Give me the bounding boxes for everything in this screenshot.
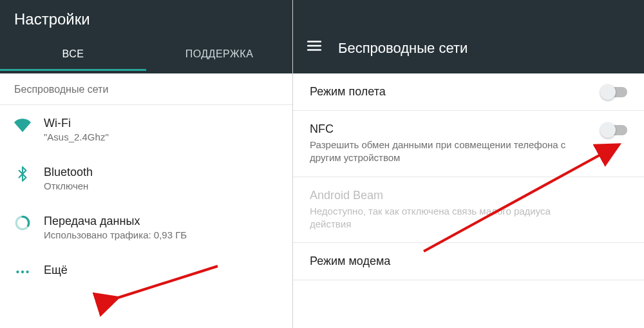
item-android-beam: Android Beam Недоступно, так как отключе… bbox=[293, 177, 644, 244]
item-more[interactable]: Ещё bbox=[0, 252, 292, 292]
item-data-label: Передача данных bbox=[44, 215, 278, 228]
nfc-sub: Разрешить обмен данными при совмещении т… bbox=[310, 139, 567, 165]
settings-tabs: ВСЕ ПОДДЕРЖКА bbox=[0, 37, 292, 71]
tab-support[interactable]: ПОДДЕРЖКА bbox=[146, 37, 292, 71]
svg-point-1 bbox=[16, 271, 19, 273]
more-icon bbox=[14, 264, 44, 280]
item-airplane-mode[interactable]: Режим полета bbox=[293, 73, 644, 111]
wifi-icon bbox=[14, 117, 44, 133]
bluetooth-icon bbox=[14, 166, 44, 182]
wireless-title: Беспроводные сети bbox=[338, 40, 468, 57]
nfc-toggle[interactable] bbox=[601, 125, 627, 135]
item-bluetooth-sub: Отключен bbox=[44, 180, 278, 191]
svg-point-3 bbox=[26, 271, 28, 273]
item-tethering[interactable]: Режим модема bbox=[293, 243, 644, 280]
item-more-label: Ещё bbox=[44, 264, 278, 277]
settings-panel: Настройки ВСЕ ПОДДЕРЖКА Беспроводные сет… bbox=[0, 0, 293, 328]
item-wifi[interactable]: Wi-Fi "Asus_2.4Ghz" bbox=[0, 105, 292, 154]
tether-label: Режим модема bbox=[310, 255, 627, 268]
wireless-header: Беспроводные сети bbox=[293, 0, 644, 73]
item-wifi-label: Wi-Fi bbox=[44, 117, 278, 130]
tab-all[interactable]: ВСЕ bbox=[0, 37, 146, 71]
settings-header: Настройки ВСЕ ПОДДЕРЖКА bbox=[0, 0, 292, 73]
menu-icon[interactable] bbox=[306, 37, 323, 57]
item-bluetooth[interactable]: Bluetooth Отключен bbox=[0, 154, 292, 203]
svg-point-2 bbox=[21, 271, 24, 273]
item-wifi-sub: "Asus_2.4Ghz" bbox=[44, 131, 278, 142]
beam-sub: Недоступно, так как отключена связь мало… bbox=[310, 205, 567, 231]
airplane-toggle[interactable] bbox=[601, 87, 627, 97]
airplane-label: Режим полета bbox=[310, 85, 627, 99]
item-bluetooth-label: Bluetooth bbox=[44, 166, 278, 179]
beam-label: Android Beam bbox=[310, 189, 627, 202]
wireless-panel: Беспроводные сети Режим полета NFC Разре… bbox=[293, 0, 644, 328]
section-wireless: Беспроводные сети bbox=[0, 73, 292, 105]
item-nfc[interactable]: NFC Разрешить обмен данными при совмещен… bbox=[293, 111, 644, 177]
item-data-sub: Использовано трафика: 0,93 ГБ bbox=[44, 229, 278, 240]
nfc-label: NFC bbox=[310, 122, 627, 136]
data-usage-icon bbox=[14, 215, 44, 231]
page-title: Настройки bbox=[0, 0, 292, 28]
item-data-usage[interactable]: Передача данных Использовано трафика: 0,… bbox=[0, 203, 292, 252]
